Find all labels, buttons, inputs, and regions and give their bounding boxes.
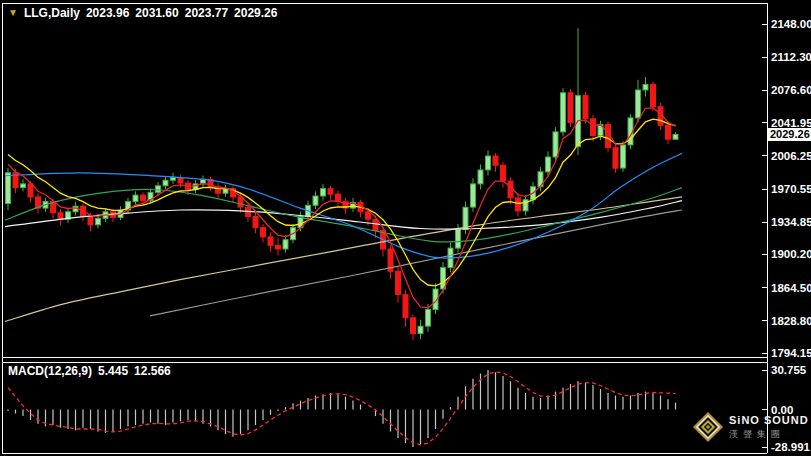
sino-sound-diamond-icon (692, 410, 724, 444)
logo-name: SiNO SOUND (729, 414, 809, 426)
macd-main-value: 5.445 (98, 364, 128, 378)
chart-header: ▼ LLG,Daily 2023.96 2031.60 2023.77 2029… (8, 6, 277, 20)
macd-signal-value: 12.566 (134, 364, 171, 378)
symbol-period-label: LLG,Daily (24, 6, 80, 20)
logo-chinese-name: 漢聲集團 (729, 428, 809, 441)
main-chart-panel[interactable] (2, 3, 767, 357)
collapse-arrow-icon[interactable]: ▼ (8, 8, 18, 18)
ohlc-low: 2023.77 (185, 6, 228, 20)
macd-name: MACD(12,26,9) (8, 364, 92, 378)
ohlc-high: 2031.60 (135, 6, 178, 20)
ohlc-open: 2023.96 (86, 6, 129, 20)
broker-logo: SiNO SOUND 漢聲集團 (692, 410, 809, 444)
current-price-tag: 2029.26 (768, 128, 811, 141)
trading-terminal-window: 2148.002112.302076.602041.952006.251970.… (0, 0, 811, 456)
price-axis-scale[interactable] (768, 0, 811, 456)
ohlc-close: 2029.26 (234, 6, 277, 20)
macd-indicator-label: MACD(12,26,9) 5.445 12.566 (8, 364, 171, 378)
